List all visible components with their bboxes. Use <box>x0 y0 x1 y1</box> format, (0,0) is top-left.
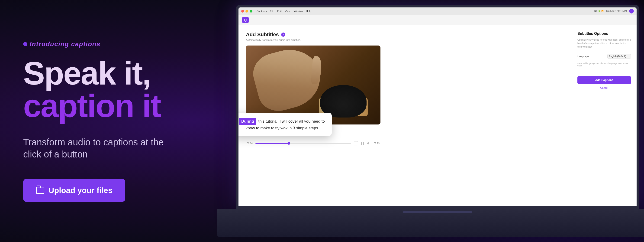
video-control-icons <box>354 141 371 145</box>
cancel-link[interactable]: Cancel <box>578 86 631 89</box>
options-panel: Subtitles Options Optimize your videos f… <box>572 25 636 206</box>
menu-file[interactable]: File <box>270 10 274 13</box>
page-title-row: Add Subtitles ? <box>246 32 564 38</box>
options-description: Optimize your videos for free with ease,… <box>578 38 631 49</box>
mac-menubar: Captions File Edit View Window Help ⌨ 🔋 … <box>238 8 636 15</box>
traffic-lights <box>241 10 252 13</box>
mac-ui: Captions File Edit View Window Help ⌨ 🔋 … <box>238 8 636 206</box>
menu-window[interactable]: Window <box>294 10 303 13</box>
volume-icon[interactable] <box>367 141 371 145</box>
maximize-window-button[interactable] <box>250 10 252 13</box>
video-progress-bar[interactable] <box>256 143 351 144</box>
upload-button-label: Upload your files <box>48 186 112 195</box>
video-time-start: 02:04 <box>247 142 253 145</box>
options-title: Subtitles Options <box>578 32 631 36</box>
app-main: Add Subtitles ? Automatically transform … <box>238 25 572 206</box>
video-time-end: 07:13 <box>374 142 380 145</box>
subtitle-rest-text: this tutorial, I will cover all you need… <box>246 119 325 130</box>
intro-badge: Introducing captions <box>23 40 181 48</box>
minimize-window-button[interactable] <box>246 10 248 13</box>
mac-menu-right: ⌨ 🔋 📶 Mon Jul 17 9:41 AM <box>594 9 634 14</box>
intro-label: Introducing captions <box>30 40 100 48</box>
page-title-area: Add Subtitles ? Automatically transform … <box>246 32 564 41</box>
laptop-body: Captions File Edit View Window Help ⌨ 🔋 … <box>217 5 644 237</box>
mac-content: Add Subtitles ? Automatically transform … <box>238 25 636 206</box>
menu-edit[interactable]: Edit <box>277 10 282 13</box>
menu-view[interactable]: View <box>285 10 290 13</box>
language-hint: Detected language should match language … <box>578 62 631 67</box>
language-option-row: Language English (Default) French Spanis… <box>578 54 631 59</box>
video-progress-thumb[interactable] <box>288 142 290 145</box>
subtitle-overlay: During this tutorial, I will cover all y… <box>238 113 332 136</box>
headline-line1: Speak it, <box>23 57 181 90</box>
svg-marker-2 <box>367 142 369 145</box>
system-time: Mon Jul 17 9:41 AM <box>606 10 627 12</box>
user-avatar <box>629 9 634 14</box>
video-progress-fill <box>256 143 289 144</box>
info-icon: ? <box>281 33 285 37</box>
menu-help[interactable]: Help <box>306 10 311 13</box>
mac-menu-items: Captions File Edit View Window Help <box>256 10 311 13</box>
close-window-button[interactable] <box>241 10 244 13</box>
app-icon: Q <box>242 17 249 23</box>
page-subtitle: Automatically transform your audio into … <box>246 39 564 41</box>
upload-button[interactable]: Upload your files <box>23 179 125 202</box>
left-panel: Introducing captions Speak it, caption i… <box>14 0 190 242</box>
intro-dot <box>23 42 27 46</box>
laptop-mockup: Captions File Edit View Window Help ⌨ 🔋 … <box>217 5 644 237</box>
svg-rect-0 <box>361 142 362 145</box>
video-container: During this tutorial, I will cover all y… <box>246 46 564 124</box>
system-icons: ⌨ 🔋 📶 <box>594 10 604 12</box>
settings-icon[interactable] <box>354 141 358 145</box>
language-label: Language <box>578 55 589 58</box>
subtitle-highlight-word: During <box>239 118 256 125</box>
add-captions-button[interactable]: Add Captions <box>578 76 631 84</box>
laptop-screen: Captions File Edit View Window Help ⌨ 🔋 … <box>236 5 639 209</box>
video-controls: 02:04 <box>246 141 380 145</box>
page-title: Add Subtitles <box>246 32 279 38</box>
hand-visual <box>249 46 326 116</box>
headline-line2: caption it <box>23 90 181 122</box>
menu-captions[interactable]: Captions <box>256 10 266 13</box>
mac-toolbar: Q <box>238 15 636 25</box>
play-pause-icon[interactable] <box>360 141 364 145</box>
video-section: During this tutorial, I will cover all y… <box>246 46 380 124</box>
folder-icon <box>36 187 44 194</box>
subtitle-overlay-text: During this tutorial, I will cover all y… <box>239 118 325 131</box>
laptop-base <box>217 209 644 237</box>
hero-subtitle: Transform audio to captions at the click… <box>23 136 181 160</box>
svg-rect-1 <box>363 142 364 145</box>
language-select[interactable]: English (Default) French Spanish German <box>607 54 631 59</box>
